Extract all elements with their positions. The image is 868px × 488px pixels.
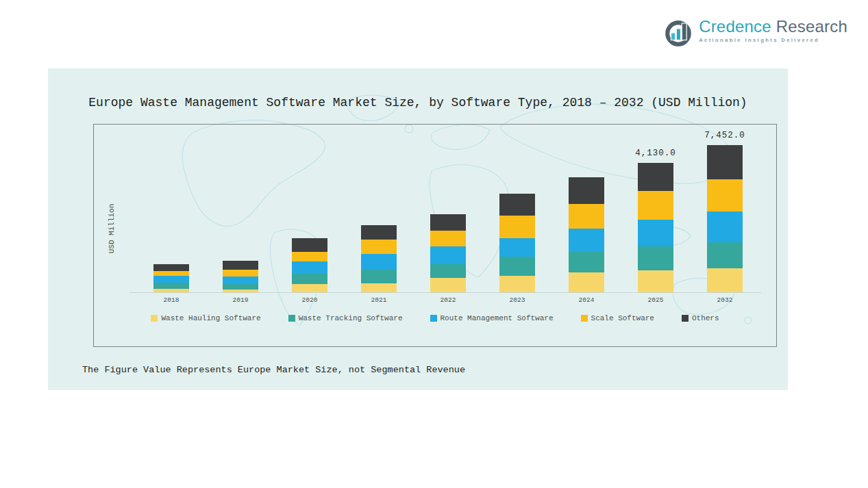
bar-segment <box>292 284 327 292</box>
bar-segment <box>153 264 189 271</box>
legend-label: Waste Hauling Software <box>161 314 260 322</box>
legend-label: Waste Tracking Software <box>299 314 403 322</box>
bar-segment <box>153 271 189 276</box>
bar-2023 <box>499 194 535 292</box>
bar-segment <box>569 272 604 292</box>
bar-2024 <box>569 177 604 292</box>
bar-segment <box>499 238 535 257</box>
bar-segment <box>638 270 673 292</box>
legend-swatch <box>151 315 158 322</box>
header-logo: Credence Research Actionable Insights De… <box>664 18 847 47</box>
value-label: 7,452.0 <box>691 131 759 140</box>
bar-2021 <box>361 225 397 292</box>
x-tick-label: 2020 <box>289 296 330 304</box>
bar-segment <box>430 264 466 278</box>
bar-2025 <box>638 163 673 292</box>
bar-segment <box>361 254 397 270</box>
bar-segment <box>223 277 258 284</box>
plot-area: USD Million Waste Hauling SoftwareWaste … <box>93 124 777 347</box>
legend: Waste Hauling SoftwareWaste Tracking Sof… <box>94 314 776 322</box>
bar-segment <box>153 289 189 292</box>
bar-segment <box>569 252 604 272</box>
legend-swatch <box>682 315 689 322</box>
legend-item: Waste Hauling Software <box>151 314 260 322</box>
bar-segment <box>292 274 327 284</box>
bar-segment <box>499 216 535 238</box>
bar-segment <box>638 246 673 270</box>
legend-label: Others <box>692 314 719 322</box>
brand-name-secondary: Research <box>776 17 847 36</box>
figure-note: The Figure Value Represents Europe Marke… <box>82 365 465 375</box>
bar-segment <box>430 214 466 231</box>
bar-chart-circle-icon <box>664 18 693 47</box>
bar-segment <box>292 261 327 274</box>
bar-segment <box>153 283 189 289</box>
bar-segment <box>361 240 397 254</box>
bar-2032 <box>707 145 743 292</box>
bar-segment <box>638 220 673 246</box>
legend-label: Route Management Software <box>441 314 554 322</box>
legend-label: Scale Software <box>591 314 654 322</box>
bar-segment <box>430 246 466 264</box>
brand-text: Credence Research Actionable Insights De… <box>699 18 847 43</box>
bar-segment <box>223 290 258 292</box>
bar-2020 <box>292 238 327 292</box>
bar-segment <box>223 284 258 290</box>
content-panel: Europe Waste Management Software Market … <box>48 68 788 390</box>
y-axis-label: USD Million <box>108 198 116 259</box>
bar-segment <box>569 177 604 204</box>
x-tick-label: 2019 <box>220 296 261 304</box>
bar-segment <box>361 225 397 240</box>
x-tick-label: 2024 <box>566 296 607 304</box>
bar-segment <box>361 270 397 283</box>
brand-tagline: Actionable Insights Delivered <box>699 38 847 43</box>
bar-segment <box>569 204 604 229</box>
x-tick-label: 2022 <box>427 296 469 304</box>
bar-segment <box>707 145 743 179</box>
bar-segment <box>499 194 535 216</box>
x-tick-label: 2021 <box>358 296 399 304</box>
bar-segment <box>707 242 743 268</box>
bar-segment <box>292 252 327 261</box>
bar-segment <box>499 276 535 292</box>
bar-segment <box>223 270 258 277</box>
bar-2022 <box>430 214 466 292</box>
bar-segment <box>638 191 673 220</box>
bar-2019 <box>223 261 258 292</box>
x-tick-label: 2025 <box>635 296 676 304</box>
bar-segment <box>707 268 743 292</box>
bar-segment <box>153 276 189 283</box>
brand-name-primary: Credence <box>699 17 771 36</box>
x-tick-label: 2023 <box>497 296 538 304</box>
bar-segment <box>638 163 673 191</box>
legend-swatch <box>430 315 437 322</box>
legend-swatch <box>288 315 295 322</box>
page: Credence Research Actionable Insights De… <box>0 0 868 488</box>
x-tick-label: 2018 <box>151 296 192 304</box>
brand-name: Credence Research <box>699 18 847 35</box>
bar-2018 <box>153 264 189 292</box>
value-label: 4,130.0 <box>621 149 690 158</box>
legend-item: Scale Software <box>581 314 654 322</box>
x-axis-line <box>129 292 761 293</box>
bar-segment <box>707 179 743 211</box>
bar-segment <box>292 238 327 252</box>
legend-item: Others <box>682 314 719 322</box>
x-tick-label: 2032 <box>704 296 745 304</box>
bar-segment <box>707 211 743 242</box>
legend-swatch <box>581 315 588 322</box>
chart-title: Europe Waste Management Software Market … <box>48 96 788 110</box>
bar-segment <box>430 278 466 292</box>
legend-item: Route Management Software <box>430 314 554 322</box>
bar-segment <box>361 283 397 292</box>
bar-segment <box>499 257 535 276</box>
bar-segment <box>430 231 466 246</box>
bar-segment <box>223 261 258 270</box>
bar-segment <box>569 229 604 252</box>
legend-item: Waste Tracking Software <box>288 314 403 322</box>
